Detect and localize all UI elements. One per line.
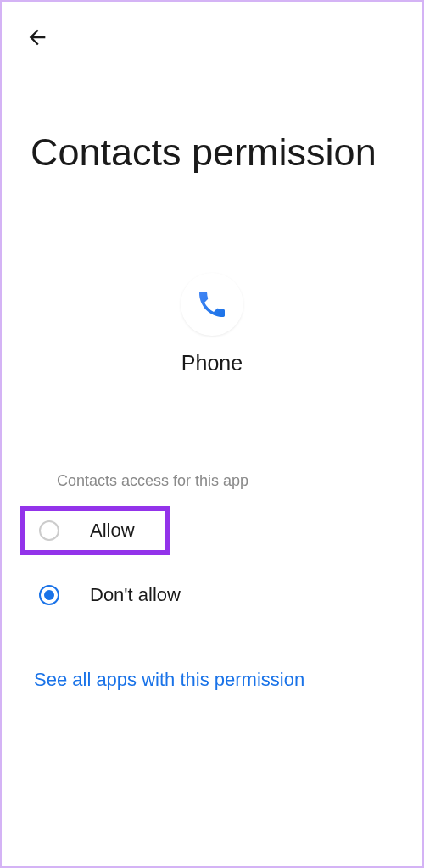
radio-option-allow[interactable]: Allow <box>20 506 170 555</box>
radio-label: Allow <box>90 520 135 542</box>
radio-circle-unselected <box>39 520 59 541</box>
arrow-left-icon <box>25 25 49 49</box>
back-button[interactable] <box>22 22 53 53</box>
page-title: Contacts permission <box>31 129 377 176</box>
app-icon <box>181 273 243 336</box>
radio-option-dont-allow[interactable]: Don't allow <box>20 569 404 621</box>
app-section: Phone <box>2 273 422 376</box>
section-label: Contacts access for this app <box>57 472 248 490</box>
phone-icon <box>195 287 229 321</box>
app-name: Phone <box>181 351 243 376</box>
radio-group: Allow Don't allow <box>20 506 404 621</box>
radio-label: Don't allow <box>90 584 181 606</box>
radio-circle-selected <box>39 585 59 605</box>
see-all-apps-link[interactable]: See all apps with this permission <box>34 669 304 691</box>
